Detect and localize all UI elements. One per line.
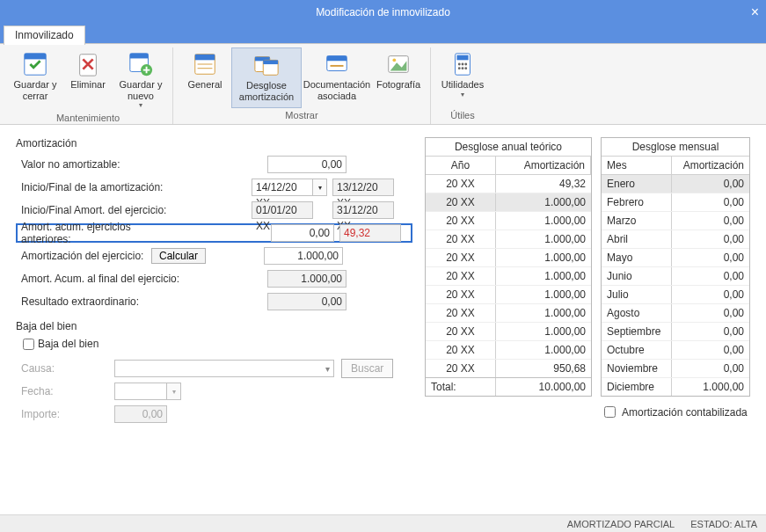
fecha-input[interactable] (114, 383, 167, 400)
annual-year: 20 XX (426, 193, 496, 211)
final-amort-field: 13/12/20 XX (332, 179, 394, 196)
monthly-col-month[interactable]: Mes (602, 157, 672, 174)
monthly-value: 0,00 (672, 286, 749, 303)
annual-year: 20 XX (426, 323, 496, 340)
table-row[interactable]: 20 XX1.000,00 (426, 341, 591, 360)
table-row[interactable]: Enero0,00 (602, 175, 749, 193)
final-ej-field: 31/12/20 XX (332, 201, 394, 219)
inicio-amort-input[interactable]: 14/12/20 XX (252, 179, 313, 196)
date-dropdown-icon[interactable]: ▾ (313, 179, 327, 196)
annual-value: 1.000,00 (496, 193, 591, 211)
importe-label: Importe: (21, 408, 91, 420)
window-title: Modificación de inmovilizado (316, 6, 450, 18)
table-row[interactable]: Junio0,00 (602, 267, 749, 286)
table-row[interactable]: Noviembre0,00 (602, 360, 749, 378)
svg-point-24 (464, 63, 467, 66)
annual-col-year[interactable]: Año (426, 157, 496, 174)
close-icon[interactable]: × (751, 0, 759, 25)
svg-point-22 (458, 63, 461, 66)
table-row[interactable]: Septiembre0,00 (602, 323, 749, 341)
monthly-value: 0,00 (672, 175, 749, 193)
utilidades-button[interactable]: Utilidades ▾ (436, 47, 489, 108)
table-row[interactable]: 20 XX1.000,00 (426, 249, 591, 267)
calculator-icon (449, 51, 476, 77)
svg-rect-4 (130, 54, 149, 59)
eliminar-button[interactable]: Eliminar (62, 47, 114, 111)
resultado-label: Resultado extraordinario: (21, 295, 171, 308)
annual-year: 20 XX (426, 212, 496, 230)
svg-point-23 (462, 63, 464, 66)
contabilizada-label: Amortización contabilizada (622, 406, 748, 419)
table-row[interactable]: 20 XX1.000,00 (426, 304, 591, 323)
monthly-month: Marzo (602, 212, 672, 230)
delete-icon (75, 51, 101, 77)
table-row[interactable]: 20 XX1.000,00 (426, 212, 591, 230)
svg-point-25 (458, 67, 461, 69)
annual-year: 20 XX (426, 341, 496, 359)
table-row[interactable]: Mayo0,00 (602, 249, 749, 267)
table-row[interactable]: 20 XX950,68 (426, 360, 591, 377)
monthly-month: Mayo (602, 249, 672, 266)
annual-year: 20 XX (426, 175, 496, 193)
amort-ejercicio-label: Amortización del ejercicio: (21, 250, 151, 262)
annual-year: 20 XX (426, 230, 496, 248)
annual-year: 20 XX (426, 286, 496, 303)
contabilizada-checkbox[interactable] (604, 406, 616, 418)
monthly-month: Febrero (602, 193, 672, 211)
table-row[interactable]: Diciembre1.000,00 (602, 378, 749, 396)
table-row[interactable]: Abril0,00 (602, 230, 749, 249)
fotografia-button[interactable]: Fotografía (372, 47, 425, 108)
annual-value: 1.000,00 (496, 230, 591, 248)
table-row[interactable]: Julio0,00 (602, 286, 749, 304)
ribbon-group-label: Mantenimiento (9, 111, 167, 127)
annual-col-amort[interactable]: Amortización (496, 157, 591, 174)
monthly-month: Septiembre (602, 323, 672, 340)
acum-anteriores-input[interactable]: 0,00 (271, 224, 334, 242)
ribbon-group-label: Mostrar (179, 108, 425, 124)
documentacion-button[interactable]: Documentación asociada (302, 47, 372, 108)
chevron-down-icon: ▾ (461, 91, 464, 98)
guardar-nuevo-button[interactable]: Guardar y nuevo ▾ (114, 47, 167, 111)
causa-combo[interactable]: ▾ (114, 360, 334, 377)
monthly-month: Octubre (602, 341, 672, 359)
table-row[interactable]: 20 XX1.000,00 (426, 323, 591, 341)
valor-no-amort-input[interactable]: 0,00 (267, 156, 347, 173)
table-row[interactable]: 20 XX1.000,00 (426, 230, 591, 249)
monthly-month: Noviembre (602, 360, 672, 377)
ribbon: Guardar y cerrar Eliminar Guardar y nuev… (0, 44, 766, 125)
svg-rect-7 (195, 55, 215, 61)
section-baja: Baja del bien (16, 320, 409, 332)
tab-inmovilizado[interactable]: Inmovilizado (4, 26, 85, 45)
tabstrip: Inmovilizado (0, 25, 766, 44)
monthly-title: Desglose mensual (602, 138, 749, 157)
monthly-value: 0,00 (672, 193, 749, 211)
table-row[interactable]: Marzo0,00 (602, 212, 749, 230)
buscar-button[interactable]: Buscar (341, 359, 393, 378)
acum-anteriores-label: Amort. acum. ejercicios anteriores: (21, 221, 176, 245)
monthly-month: Diciembre (602, 378, 672, 396)
baja-checkbox[interactable] (23, 339, 34, 350)
calcular-button[interactable]: Calcular (151, 248, 206, 264)
guardar-cerrar-button[interactable]: Guardar y cerrar (9, 47, 62, 111)
table-row[interactable]: 20 XX1.000,00 (426, 286, 591, 304)
general-button[interactable]: General (179, 47, 231, 108)
monthly-month: Abril (602, 230, 672, 248)
inicio-final-amort-label: Inicio/Final de la amortización: (21, 181, 171, 193)
ribbon-group-mostrar: General Desglose amortización Documentac… (173, 47, 431, 124)
inicio-ej-field: 01/01/20 XX (252, 201, 313, 219)
table-row[interactable]: Octubre0,00 (602, 341, 749, 360)
desglose-amortizacion-button[interactable]: Desglose amortización (231, 47, 302, 108)
save-new-icon (128, 51, 154, 77)
amort-ejercicio-input[interactable]: 1.000,00 (264, 247, 343, 265)
annual-year: 20 XX (426, 267, 496, 285)
date-dropdown-icon[interactable]: ▾ (167, 383, 181, 400)
table-row[interactable]: 20 XX1.000,00 (426, 267, 591, 286)
table-row[interactable]: Febrero0,00 (602, 193, 749, 212)
annual-total-value: 10.000,00 (496, 378, 591, 396)
monthly-value: 0,00 (672, 212, 749, 230)
monthly-col-amort[interactable]: Amortización (672, 157, 749, 174)
table-row[interactable]: 20 XX49,32 (426, 175, 591, 193)
table-row[interactable]: 20 XX1.000,00 (426, 193, 591, 212)
annual-year: 20 XX (426, 360, 496, 377)
table-row[interactable]: Agosto0,00 (602, 304, 749, 323)
